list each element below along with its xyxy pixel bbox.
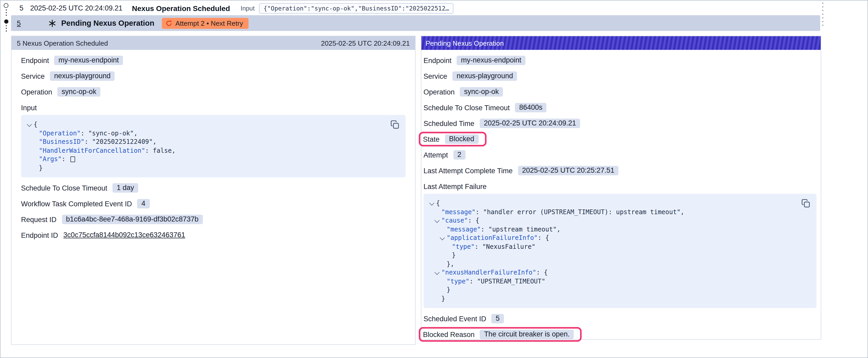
input-section-label: Input bbox=[21, 104, 406, 112]
failure-section-label: Last Attempt Failure bbox=[424, 183, 816, 191]
field-label: Endpoint ID bbox=[21, 231, 58, 239]
pending-operation-title: Pending Nexus Operation bbox=[61, 19, 154, 27]
field-value-badge: 4 bbox=[137, 199, 150, 208]
history-event-row[interactable]: 5 2025-02-25 UTC 20:24:09.21 Nexus Opera… bbox=[11, 2, 453, 15]
field-value-badge: 2 bbox=[453, 150, 466, 160]
field-row-service: Servicenexus-playground bbox=[424, 71, 816, 82]
pending-operation-row[interactable]: 5 Pending Nexus Operation Attempt 2 • Ne… bbox=[11, 15, 820, 31]
annotation-highlight: StateBlocked bbox=[419, 132, 486, 147]
field-value-badge: my-nexus-endpoint bbox=[54, 56, 123, 65]
pending-operation-panel: Pending Nexus Operation Endpointmy-nexus… bbox=[421, 36, 821, 339]
copy-button[interactable] bbox=[391, 120, 399, 129]
attempt-retry-badge: Attempt 2 • Next Retry bbox=[162, 18, 249, 29]
collapse-chevron-icon[interactable] bbox=[428, 202, 436, 205]
collapse-chevron-icon[interactable] bbox=[25, 123, 34, 127]
annotation-highlight: Blocked ReasonThe circuit breaker is ope… bbox=[419, 327, 582, 342]
right-fields-bottom: Scheduled Event ID5Blocked ReasonThe cir… bbox=[424, 314, 816, 339]
field-row-endpoint: Endpointmy-nexus-endpoint bbox=[21, 55, 406, 66]
code-line: "type": "NexusFailure" bbox=[428, 242, 810, 251]
attempt-badge-label: Attempt 2 • Next Retry bbox=[176, 19, 243, 27]
field-value-badge: sync-op-ok bbox=[460, 87, 503, 97]
field-row-state: StateBlocked bbox=[424, 134, 816, 144]
timeline-dotted-line bbox=[5, 9, 6, 17]
right-fields-top: Endpointmy-nexus-endpointServicenexus-pl… bbox=[424, 55, 816, 176]
field-value-link[interactable]: 3c0c75ccfa8144b092c13ce632463761 bbox=[63, 230, 189, 240]
empty-array-icon bbox=[70, 156, 75, 162]
field-row-endpoint-id: Endpoint ID3c0c75ccfa8144b092c13ce632463… bbox=[21, 230, 406, 240]
pending-asterisk-icon bbox=[48, 19, 56, 27]
pending-panel-header: Pending Nexus Operation bbox=[422, 36, 821, 50]
collapse-chevron-icon[interactable] bbox=[433, 219, 441, 223]
json-lines: {"message": "handler error (UPSTREAM_TIM… bbox=[428, 199, 810, 303]
field-value-badge: 5 bbox=[492, 314, 504, 323]
field-value-badge: nexus-playground bbox=[453, 71, 517, 81]
field-row-endpoint: Endpointmy-nexus-endpoint bbox=[424, 55, 816, 66]
field-label: Schedule To Close Timeout bbox=[424, 104, 510, 111]
code-line: } bbox=[428, 294, 810, 303]
field-row-attempt: Attempt2 bbox=[424, 150, 816, 160]
field-row-last-attempt-complete-time: Last Attempt Complete Time2025-02-25 UTC… bbox=[424, 165, 816, 176]
field-row-request-id: Request IDb1c6a4bc-8ee7-468a-9169-df3b02… bbox=[21, 214, 406, 225]
event-name: Nexus Operation Scheduled bbox=[132, 4, 230, 12]
event-id: 5 bbox=[20, 4, 23, 12]
field-row-operation: Operationsync-op-ok bbox=[424, 87, 816, 97]
field-row-scheduled-time: Scheduled Time2025-02-25 UTC 20:24:09.21 bbox=[424, 118, 816, 129]
timeline-node-filled-icon bbox=[4, 20, 8, 24]
field-value-badge: my-nexus-endpoint bbox=[457, 56, 526, 65]
field-label: Workflow Task Completed Event ID bbox=[21, 200, 132, 207]
field-value-badge: Blocked bbox=[445, 134, 478, 144]
code-line: "message": "handler error (UPSTREAM_TIME… bbox=[428, 207, 810, 216]
field-label: State bbox=[423, 135, 439, 143]
code-line: "type": "UPSTREAM_TIMEOUT" bbox=[428, 277, 810, 286]
event-detail-header: 5 Nexus Operation Scheduled 2025-02-25 U… bbox=[11, 36, 415, 50]
input-preview-pill[interactable]: {"Operation":"sync-op-ok","BusinessID":"… bbox=[259, 3, 453, 13]
field-label: Attempt bbox=[424, 151, 448, 159]
field-label: Endpoint bbox=[424, 57, 452, 64]
field-label: Scheduled Event ID bbox=[424, 315, 486, 323]
code-line: "nexusHandlerFailureInfo": { bbox=[428, 268, 810, 277]
field-value-badge: sync-op-ok bbox=[58, 87, 101, 97]
failure-json-viewer: {"message": "handler error (UPSTREAM_TIM… bbox=[424, 194, 816, 308]
field-label: Endpoint bbox=[21, 57, 49, 64]
left-fields-top: Endpointmy-nexus-endpointServicenexus-pl… bbox=[21, 55, 406, 97]
field-row-scheduled-event-id: Scheduled Event ID5 bbox=[424, 314, 816, 324]
input-label: Input bbox=[241, 4, 254, 12]
field-row-schedule-to-close-timeout: Schedule To Close Timeout1 day bbox=[21, 183, 406, 193]
field-label: Operation bbox=[424, 88, 455, 96]
code-line: { bbox=[428, 199, 810, 207]
field-row-blocked-reason: Blocked ReasonThe circuit breaker is ope… bbox=[424, 329, 816, 339]
code-line: { bbox=[25, 120, 399, 129]
event-timestamp: 2025-02-25 UTC 20:24:09.21 bbox=[30, 4, 122, 12]
field-value-badge: 86400s bbox=[515, 103, 547, 112]
field-label: Service bbox=[424, 72, 447, 80]
left-fields-bottom: Schedule To Close Timeout1 dayWorkflow T… bbox=[21, 183, 406, 240]
input-json-viewer: {"Operation": "sync-op-ok","BusinessID":… bbox=[21, 115, 406, 177]
code-line: } bbox=[428, 286, 810, 294]
field-label: Request ID bbox=[21, 216, 57, 223]
code-line: "applicationFailureInfo": { bbox=[428, 234, 810, 242]
field-value-badge: 2025-02-25 UTC 20:24:09.21 bbox=[480, 119, 580, 128]
field-label: Scheduled Time bbox=[424, 120, 474, 127]
field-row-operation: Operationsync-op-ok bbox=[21, 87, 406, 97]
collapse-chevron-icon[interactable] bbox=[438, 236, 446, 240]
field-value-badge: nexus-playground bbox=[50, 71, 115, 81]
code-line: "BusinessID": "20250225122409", bbox=[25, 137, 399, 146]
code-line: } bbox=[428, 251, 810, 260]
event-detail-timestamp: 2025-02-25 UTC 20:24:09.21 bbox=[321, 39, 410, 47]
app-viewport: 5 2025-02-25 UTC 20:24:09.21 Nexus Opera… bbox=[0, 0, 868, 358]
collapse-chevron-icon[interactable] bbox=[433, 271, 441, 274]
field-label: Schedule To Close Timeout bbox=[21, 184, 107, 192]
event-detail-title: 5 Nexus Operation Scheduled bbox=[17, 39, 108, 47]
code-line: }, bbox=[428, 260, 810, 268]
event-id-link[interactable]: 5 bbox=[17, 19, 21, 27]
pending-panel-title: Pending Nexus Operation bbox=[426, 39, 504, 47]
field-label: Operation bbox=[21, 88, 52, 96]
timeline-node-open-icon bbox=[4, 3, 8, 8]
copy-button[interactable] bbox=[801, 199, 810, 208]
field-label: Service bbox=[21, 72, 45, 80]
code-line: "cause": { bbox=[428, 216, 810, 225]
field-value-badge: b1c6a4bc-8ee7-468a-9169-df3b02c8737b bbox=[62, 215, 203, 224]
code-line: "HandlerWaitForCancellation": false, bbox=[25, 146, 399, 155]
json-lines: {"Operation": "sync-op-ok","BusinessID":… bbox=[25, 120, 399, 172]
scrollbar[interactable] bbox=[822, 3, 823, 26]
